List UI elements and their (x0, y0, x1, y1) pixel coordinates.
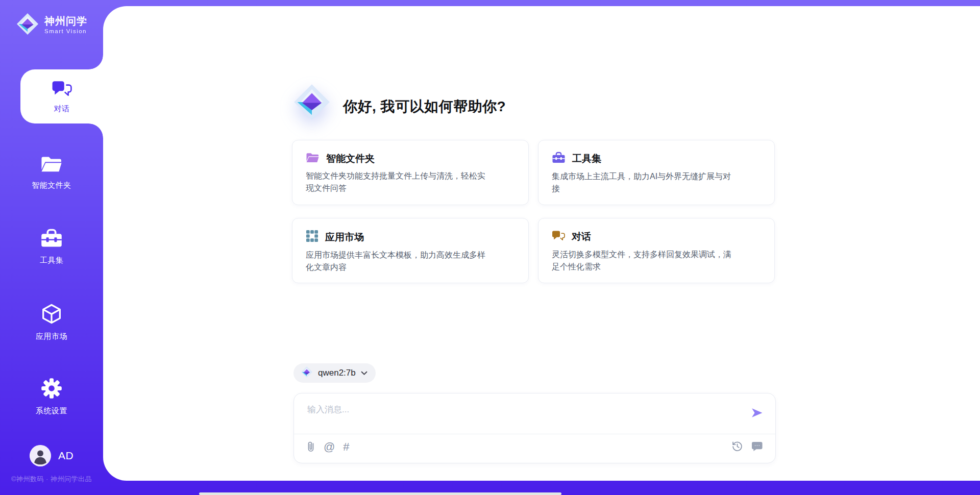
card-title: 智能文件夹 (326, 152, 375, 165)
avatar (30, 445, 51, 466)
card-description: 灵活切换多模型文件，支持多样回复效果调试，满足个性化需求 (552, 249, 731, 273)
greeting-title: 你好, 我可以如何帮助你? (343, 97, 506, 116)
send-button[interactable] (750, 406, 764, 420)
shortcut-cards: 智能文件夹 智能文件夹功能支持批量文件上传与清洗，轻松实现文件问答 工具集 集成… (292, 140, 775, 283)
paperclip-icon[interactable] (306, 440, 315, 453)
sidebar-item-label: 应用市场 (36, 332, 67, 341)
composer-tools-left: @ # (306, 440, 350, 453)
sidebar: 神州问学 Smart Vision 对话 智能文件夹 (0, 0, 103, 495)
model-gem-icon (301, 366, 313, 380)
gear-icon (41, 378, 62, 401)
card-description: 集成市场上主流工具，助力AI与外界无缝扩展与对接 (552, 170, 731, 195)
sidebar-item-label: 智能文件夹 (32, 181, 71, 190)
message-input[interactable] (306, 403, 737, 431)
card-app-market[interactable]: 应用市场 应用市场提供丰富长文本模板，助力高效生成多样化文章内容 (292, 218, 529, 283)
chat-icon (52, 80, 72, 100)
message-composer: @ # (293, 393, 776, 463)
card-chat[interactable]: 对话 灵活切换多模型文件，支持多样回复效果调试，满足个性化需求 (538, 218, 775, 283)
copyright: ©神州数码 · 神州问学出品 (0, 475, 103, 484)
sidebar-item-settings[interactable]: 系统设置 (0, 378, 103, 416)
tab-fillet-bottom (89, 123, 103, 138)
chevron-down-icon (361, 368, 368, 378)
model-selector[interactable]: qwen2:7b (293, 363, 376, 383)
brand-gem-icon (16, 12, 39, 38)
card-title: 工具集 (572, 152, 601, 165)
card-title: 应用市场 (325, 231, 364, 244)
horizontal-scrollbar[interactable] (199, 492, 561, 495)
card-toolset[interactable]: 工具集 集成市场上主流工具，助力AI与外界无缝扩展与对接 (538, 140, 775, 205)
apps-grid-icon (306, 230, 318, 244)
at-sign-icon[interactable]: @ (324, 441, 335, 453)
sidebar-item-smart-folder[interactable]: 智能文件夹 (0, 154, 103, 190)
history-icon[interactable] (731, 440, 743, 452)
hash-icon[interactable]: # (343, 441, 349, 453)
folder-icon (40, 154, 63, 176)
cube-icon (41, 303, 62, 327)
brand-name: 神州问学 (44, 16, 87, 27)
sidebar-item-toolset[interactable]: 工具集 (0, 228, 103, 265)
card-title: 对话 (572, 230, 591, 243)
user-profile[interactable]: AD (0, 445, 103, 466)
sidebar-item-label: 系统设置 (36, 406, 67, 416)
send-plane-icon (750, 406, 764, 420)
chat-icon (552, 230, 565, 244)
sidebar-item-app-market[interactable]: 应用市场 (0, 303, 103, 341)
card-smart-folder[interactable]: 智能文件夹 智能文件夹功能支持批量文件上传与清洗，轻松实现文件问答 (292, 140, 529, 205)
main-panel: 你好, 我可以如何帮助你? 智能文件夹 智能文件夹功能支持批量文件上传与清洗，轻… (103, 6, 980, 481)
card-description: 智能文件夹功能支持批量文件上传与清洗，轻松实现文件问答 (306, 170, 485, 194)
tab-fillet-top (89, 55, 103, 69)
feedback-icon[interactable] (751, 441, 763, 452)
sidebar-item-label: 工具集 (40, 256, 64, 265)
sidebar-item-chat[interactable]: 对话 (20, 69, 103, 123)
sidebar-item-label: 对话 (54, 104, 70, 114)
toolbox-icon (40, 228, 63, 251)
brand: 神州问学 Smart Vision (0, 12, 103, 38)
card-description: 应用市场提供丰富长文本模板，助力高效生成多样化文章内容 (306, 249, 485, 274)
greeting-gem-icon (292, 83, 331, 123)
toolbox-icon (552, 152, 566, 166)
composer-divider (294, 434, 775, 434)
model-name: qwen2:7b (318, 368, 356, 378)
brand-subtitle: Smart Vision (44, 28, 87, 34)
composer-tools-right (731, 440, 763, 452)
user-name: AD (58, 450, 74, 462)
folder-icon (306, 152, 320, 165)
